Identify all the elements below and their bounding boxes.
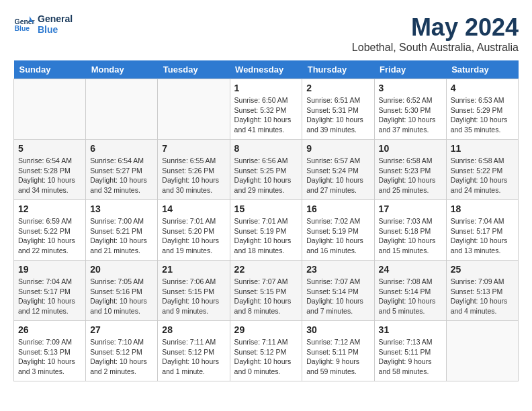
calendar-cell: 9Sunrise: 6:57 AMSunset: 5:24 PMDaylight… — [302, 140, 374, 200]
day-info: Sunrise: 6:52 AMSunset: 5:30 PMDaylight:… — [379, 95, 442, 135]
day-number: 23 — [306, 264, 369, 275]
day-number: 11 — [451, 143, 514, 154]
day-number: 10 — [379, 143, 442, 154]
subtitle: Lobethal, South Australia, Australia — [352, 42, 519, 54]
calendar-header-row: SundayMondayTuesdayWednesdayThursdayFrid… — [14, 60, 519, 79]
header-thursday: Thursday — [302, 60, 374, 79]
day-number: 1 — [234, 83, 298, 93]
calendar-cell: 28Sunrise: 7:11 AMSunset: 5:12 PMDayligh… — [158, 321, 230, 381]
svg-text:Blue: Blue — [15, 25, 30, 32]
calendar-cell: 15Sunrise: 7:01 AMSunset: 5:19 PMDayligh… — [230, 200, 302, 261]
day-number: 8 — [234, 143, 298, 154]
day-number: 25 — [451, 264, 514, 275]
header-friday: Friday — [374, 60, 446, 79]
day-info: Sunrise: 7:03 AMSunset: 5:18 PMDaylight:… — [379, 216, 442, 256]
day-info: Sunrise: 7:02 AMSunset: 5:19 PMDaylight:… — [306, 216, 369, 256]
calendar-cell: 14Sunrise: 7:01 AMSunset: 5:20 PMDayligh… — [158, 200, 230, 261]
calendar-table: SundayMondayTuesdayWednesdayThursdayFrid… — [13, 60, 519, 381]
calendar-cell: 23Sunrise: 7:07 AMSunset: 5:14 PMDayligh… — [302, 261, 374, 321]
day-info: Sunrise: 7:10 AMSunset: 5:12 PMDaylight:… — [90, 337, 153, 377]
day-number: 24 — [379, 264, 442, 275]
calendar-week-1: 1Sunrise: 6:50 AMSunset: 5:32 PMDaylight… — [14, 79, 519, 140]
calendar-cell: 25Sunrise: 7:09 AMSunset: 5:13 PMDayligh… — [446, 261, 518, 321]
day-number: 29 — [234, 324, 298, 335]
day-number: 14 — [162, 203, 225, 214]
calendar-cell: 7Sunrise: 6:55 AMSunset: 5:26 PMDaylight… — [158, 140, 230, 200]
day-info: Sunrise: 7:01 AMSunset: 5:19 PMDaylight:… — [234, 216, 298, 256]
day-number: 26 — [18, 324, 81, 335]
day-info: Sunrise: 7:12 AMSunset: 5:11 PMDaylight:… — [306, 337, 369, 377]
calendar-week-5: 26Sunrise: 7:09 AMSunset: 5:13 PMDayligh… — [14, 321, 519, 381]
day-info: Sunrise: 6:58 AMSunset: 5:23 PMDaylight:… — [379, 156, 442, 195]
calendar-cell: 30Sunrise: 7:12 AMSunset: 5:11 PMDayligh… — [302, 321, 374, 381]
day-info: Sunrise: 7:00 AMSunset: 5:21 PMDaylight:… — [90, 216, 153, 256]
day-info: Sunrise: 7:13 AMSunset: 5:11 PMDaylight:… — [379, 337, 442, 377]
header-saturday: Saturday — [446, 60, 518, 79]
day-number: 22 — [234, 264, 298, 275]
logo-blue: Blue — [38, 24, 73, 35]
calendar-cell — [446, 321, 518, 381]
calendar-cell: 11Sunrise: 6:58 AMSunset: 5:22 PMDayligh… — [446, 140, 518, 200]
calendar-cell: 16Sunrise: 7:02 AMSunset: 5:19 PMDayligh… — [302, 200, 374, 261]
calendar-cell: 4Sunrise: 6:53 AMSunset: 5:29 PMDaylight… — [446, 79, 518, 140]
main-title: May 2024 — [352, 13, 519, 42]
day-number: 7 — [162, 143, 225, 154]
calendar-cell: 1Sunrise: 6:50 AMSunset: 5:32 PMDaylight… — [230, 79, 302, 140]
calendar-cell: 22Sunrise: 7:07 AMSunset: 5:15 PMDayligh… — [230, 261, 302, 321]
calendar-cell: 5Sunrise: 6:54 AMSunset: 5:28 PMDaylight… — [14, 140, 86, 200]
calendar-cell: 20Sunrise: 7:05 AMSunset: 5:16 PMDayligh… — [86, 261, 158, 321]
day-info: Sunrise: 6:59 AMSunset: 5:22 PMDaylight:… — [18, 216, 81, 256]
calendar-cell: 8Sunrise: 6:56 AMSunset: 5:25 PMDaylight… — [230, 140, 302, 200]
calendar-cell: 2Sunrise: 6:51 AMSunset: 5:31 PMDaylight… — [302, 79, 374, 140]
day-info: Sunrise: 7:07 AMSunset: 5:14 PMDaylight:… — [306, 277, 369, 316]
calendar-cell: 31Sunrise: 7:13 AMSunset: 5:11 PMDayligh… — [374, 321, 446, 381]
day-info: Sunrise: 7:04 AMSunset: 5:17 PMDaylight:… — [451, 216, 514, 256]
calendar-cell: 27Sunrise: 7:10 AMSunset: 5:12 PMDayligh… — [86, 321, 158, 381]
header-sunday: Sunday — [14, 60, 86, 79]
day-info: Sunrise: 7:08 AMSunset: 5:14 PMDaylight:… — [379, 277, 442, 316]
day-info: Sunrise: 6:58 AMSunset: 5:22 PMDaylight:… — [451, 156, 514, 195]
calendar-cell: 13Sunrise: 7:00 AMSunset: 5:21 PMDayligh… — [86, 200, 158, 261]
day-info: Sunrise: 7:09 AMSunset: 5:13 PMDaylight:… — [451, 277, 514, 316]
calendar-cell: 17Sunrise: 7:03 AMSunset: 5:18 PMDayligh… — [374, 200, 446, 261]
day-info: Sunrise: 7:11 AMSunset: 5:12 PMDaylight:… — [162, 337, 225, 377]
calendar-cell: 29Sunrise: 7:11 AMSunset: 5:12 PMDayligh… — [230, 321, 302, 381]
calendar-cell — [14, 79, 86, 140]
day-info: Sunrise: 6:54 AMSunset: 5:27 PMDaylight:… — [90, 156, 153, 195]
calendar-week-4: 19Sunrise: 7:04 AMSunset: 5:17 PMDayligh… — [14, 261, 519, 321]
day-info: Sunrise: 7:11 AMSunset: 5:12 PMDaylight:… — [234, 337, 298, 377]
logo-general: General — [38, 13, 73, 24]
calendar-cell — [158, 79, 230, 140]
day-number: 17 — [379, 203, 442, 214]
day-info: Sunrise: 7:06 AMSunset: 5:15 PMDaylight:… — [162, 277, 225, 316]
day-info: Sunrise: 6:54 AMSunset: 5:28 PMDaylight:… — [18, 156, 81, 195]
day-info: Sunrise: 7:01 AMSunset: 5:20 PMDaylight:… — [162, 216, 225, 256]
day-number: 27 — [90, 324, 153, 335]
day-info: Sunrise: 6:56 AMSunset: 5:25 PMDaylight:… — [234, 156, 298, 195]
calendar-cell: 19Sunrise: 7:04 AMSunset: 5:17 PMDayligh… — [14, 261, 86, 321]
calendar-cell: 6Sunrise: 6:54 AMSunset: 5:27 PMDaylight… — [86, 140, 158, 200]
title-area: May 2024 Lobethal, South Australia, Aust… — [352, 13, 519, 54]
day-number: 19 — [18, 264, 81, 275]
day-info: Sunrise: 6:50 AMSunset: 5:32 PMDaylight:… — [234, 95, 298, 135]
day-number: 9 — [306, 143, 369, 154]
day-number: 21 — [162, 264, 225, 275]
day-info: Sunrise: 7:07 AMSunset: 5:15 PMDaylight:… — [234, 277, 298, 316]
day-number: 18 — [451, 203, 514, 214]
calendar-cell: 18Sunrise: 7:04 AMSunset: 5:17 PMDayligh… — [446, 200, 518, 261]
day-info: Sunrise: 7:09 AMSunset: 5:13 PMDaylight:… — [18, 337, 81, 377]
day-number: 30 — [306, 324, 369, 335]
logo-icon: General Blue — [13, 13, 35, 35]
calendar-week-3: 12Sunrise: 6:59 AMSunset: 5:22 PMDayligh… — [14, 200, 519, 261]
calendar-cell: 26Sunrise: 7:09 AMSunset: 5:13 PMDayligh… — [14, 321, 86, 381]
day-number: 2 — [306, 83, 369, 93]
header-monday: Monday — [86, 60, 158, 79]
day-info: Sunrise: 6:51 AMSunset: 5:31 PMDaylight:… — [306, 95, 369, 135]
calendar-cell: 21Sunrise: 7:06 AMSunset: 5:15 PMDayligh… — [158, 261, 230, 321]
calendar-cell: 12Sunrise: 6:59 AMSunset: 5:22 PMDayligh… — [14, 200, 86, 261]
day-info: Sunrise: 6:53 AMSunset: 5:29 PMDaylight:… — [451, 95, 514, 135]
day-number: 28 — [162, 324, 225, 335]
day-number: 16 — [306, 203, 369, 214]
day-number: 20 — [90, 264, 153, 275]
day-info: Sunrise: 6:57 AMSunset: 5:24 PMDaylight:… — [306, 156, 369, 195]
